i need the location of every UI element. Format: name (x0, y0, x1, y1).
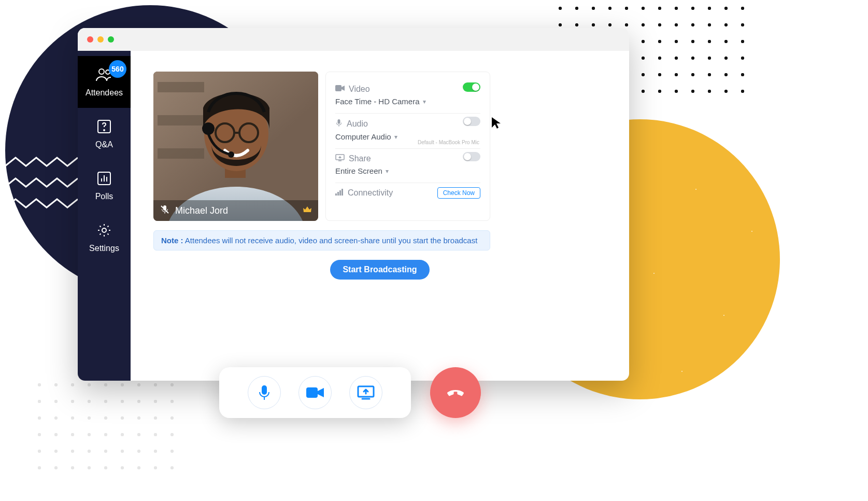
video-device-value: Face Time - HD Camera (335, 97, 420, 106)
av-settings-card: Video Face Time - HD Camera ▾ (325, 72, 490, 221)
svg-rect-20 (335, 193, 337, 196)
sidebar: 560 Attendees (78, 51, 131, 381)
qa-icon (97, 119, 111, 136)
audio-icon (335, 119, 343, 129)
video-label: Video (349, 85, 370, 94)
start-broadcasting-button[interactable]: Start Broadcasting (330, 260, 429, 280)
polls-icon (97, 171, 111, 188)
chevron-down-icon: ▾ (423, 98, 426, 105)
connectivity-label: Connectivity (348, 188, 393, 198)
window-close-dot[interactable] (87, 36, 93, 43)
signal-icon (335, 188, 344, 198)
svg-rect-7 (158, 82, 204, 92)
chevron-down-icon: ▾ (386, 168, 389, 175)
mouse-cursor-icon (491, 116, 502, 130)
audio-label: Audio (347, 119, 368, 129)
svg-point-0 (99, 69, 104, 74)
audio-toggle[interactable] (463, 117, 480, 126)
svg-point-5 (102, 228, 106, 232)
share-label: Share (349, 154, 371, 163)
svg-rect-8 (158, 115, 204, 126)
audio-device-value: Computer Audio (335, 132, 391, 141)
presenter-name-bar: Michael Jord (153, 200, 318, 221)
video-device-selector[interactable]: Face Time - HD Camera ▾ (335, 97, 480, 106)
window-minimize-dot[interactable] (97, 36, 104, 43)
camera-button[interactable] (298, 376, 332, 409)
svg-point-16 (228, 151, 234, 158)
svg-rect-24 (306, 387, 318, 398)
video-setting-row: Video Face Time - HD Camera ▾ (335, 79, 480, 114)
presenter-video-tile: Michael Jord (153, 72, 318, 221)
sidebar-item-label: Q&A (95, 140, 113, 149)
main-content: Michael Jord (131, 51, 629, 381)
hangup-button[interactable] (430, 367, 481, 418)
audio-default-text: Default - MacBook Pro Mic (418, 140, 479, 145)
window-maximize-dot[interactable] (108, 36, 114, 43)
svg-rect-21 (337, 192, 339, 196)
svg-point-15 (202, 122, 215, 135)
video-icon (335, 85, 345, 94)
svg-point-3 (104, 130, 105, 131)
sidebar-item-label: Attendees (86, 88, 123, 97)
sidebar-item-qa[interactable]: Q&A (78, 108, 131, 160)
share-target-selector[interactable]: Entire Screen ▾ (335, 166, 480, 175)
svg-rect-9 (158, 148, 204, 159)
window-titlebar (78, 28, 629, 51)
svg-rect-22 (339, 190, 341, 196)
share-screen-button[interactable] (349, 376, 382, 409)
sidebar-item-label: Settings (89, 244, 119, 253)
share-toggle[interactable] (463, 152, 480, 161)
connectivity-row: Connectivity Check Now (335, 183, 480, 205)
chevron-down-icon: ▾ (394, 133, 397, 141)
sidebar-item-polls[interactable]: Polls (78, 160, 131, 212)
check-now-button[interactable]: Check Now (437, 187, 480, 199)
video-toggle[interactable] (463, 82, 480, 92)
share-target-value: Entire Screen (335, 166, 382, 175)
attendees-badge: 560 (109, 60, 126, 78)
hangup-icon (444, 381, 467, 405)
call-controls-bar (219, 367, 411, 418)
share-icon (335, 154, 345, 163)
decor-dots-light (31, 377, 187, 480)
mic-muted-icon (160, 204, 170, 217)
broadcast-note-banner: Note : Attendees will not receive audio,… (153, 230, 490, 251)
presenter-headshot (153, 72, 318, 221)
sidebar-item-attendees[interactable]: 560 Attendees (78, 56, 131, 108)
settings-icon (97, 223, 111, 240)
sidebar-item-label: Polls (95, 192, 113, 201)
note-text: Attendees will not receive audio, video … (185, 236, 478, 245)
host-crown-icon (303, 205, 312, 217)
sidebar-item-settings[interactable]: Settings (78, 212, 131, 263)
share-setting-row: Share Entire Screen ▾ (335, 149, 480, 183)
app-window: 560 Attendees (78, 28, 629, 381)
audio-setting-row: Audio Computer Audio ▾ Default - MacBook… (335, 114, 480, 149)
mic-button[interactable] (248, 376, 281, 409)
presenter-name: Michael Jord (175, 205, 228, 216)
note-prefix: Note : (161, 236, 183, 245)
svg-rect-23 (341, 189, 343, 196)
decor-zigzag (5, 156, 78, 218)
svg-rect-18 (335, 85, 341, 91)
